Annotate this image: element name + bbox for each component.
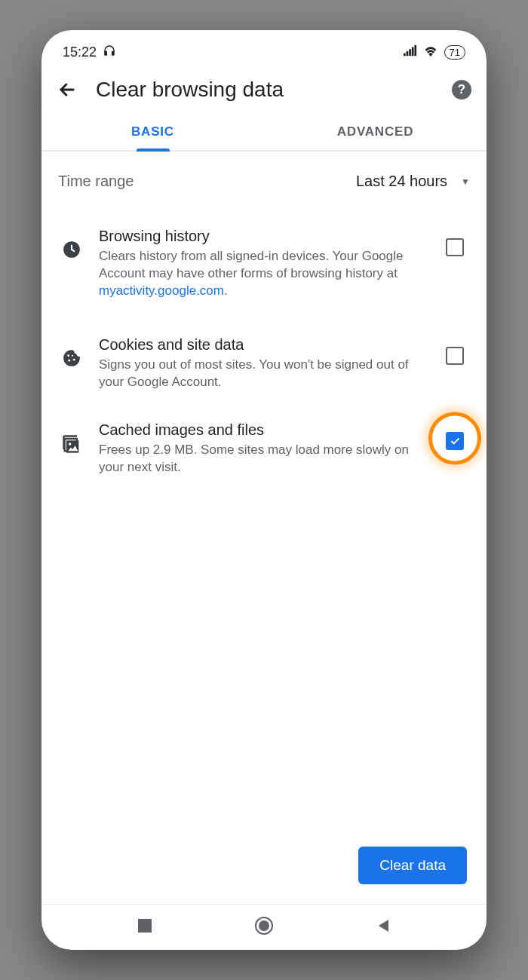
nav-back[interactable]: [376, 918, 390, 936]
svg-point-6: [67, 354, 69, 357]
images-icon: [58, 433, 85, 455]
checkbox-cache[interactable]: [446, 432, 464, 450]
phone-frame: 15:22 71 Clear browsing data ? BASIC ADV…: [41, 30, 487, 950]
status-bar: 15:22 71: [41, 30, 487, 69]
svg-point-9: [72, 354, 73, 356]
option-title: Cached images and files: [99, 421, 426, 439]
svg-point-8: [73, 359, 75, 361]
checkbox-cookies[interactable]: [446, 347, 464, 365]
option-title: Cookies and site data: [99, 336, 426, 354]
myactivity-link[interactable]: myactivity.google.com: [99, 283, 224, 298]
option-browsing-history[interactable]: Browsing history Clears history from all…: [41, 205, 487, 314]
wifi-icon: [423, 44, 438, 60]
battery-indicator: 71: [444, 45, 465, 60]
time-range-value: Last 24 hours: [356, 173, 447, 190]
option-title: Browsing history: [99, 228, 426, 245]
svg-point-11: [69, 443, 72, 446]
nav-home[interactable]: [254, 916, 274, 939]
page-title: Clear browsing data: [96, 78, 434, 102]
option-desc: Signs you out of most sites. You won't b…: [99, 357, 426, 391]
svg-rect-1: [406, 51, 408, 56]
svg-rect-12: [138, 919, 152, 933]
app-bar: Clear browsing data ?: [41, 69, 487, 111]
nav-bar: [41, 905, 487, 950]
back-button[interactable]: [57, 79, 78, 100]
svg-rect-2: [409, 49, 411, 56]
option-desc: Frees up 2.9 MB. Some sites may load mor…: [99, 442, 426, 476]
nav-recent[interactable]: [138, 919, 152, 936]
time-range-select[interactable]: Last 24 hours ▼: [356, 173, 470, 190]
time-range-label: Time range: [58, 173, 134, 190]
tabs: BASIC ADVANCED: [41, 111, 487, 152]
option-desc: Clears history from all signed-in device…: [99, 248, 426, 300]
tab-advanced[interactable]: ADVANCED: [264, 111, 487, 150]
status-time: 15:22: [63, 44, 97, 60]
option-cookies[interactable]: Cookies and site data Signs you out of m…: [41, 314, 487, 405]
options-list: Browsing history Clears history from all…: [41, 205, 487, 490]
tab-basic[interactable]: BASIC: [41, 111, 264, 150]
history-icon: [58, 240, 85, 259]
svg-rect-4: [414, 45, 416, 56]
svg-rect-3: [411, 47, 413, 57]
option-cache[interactable]: Cached images and files Frees up 2.9 MB.…: [41, 405, 487, 490]
time-range-row: Time range Last 24 hours ▼: [41, 152, 487, 205]
svg-point-7: [68, 360, 70, 362]
help-button[interactable]: ?: [452, 80, 471, 100]
signal-icon: [404, 44, 417, 60]
bottom-area: Clear data: [41, 847, 487, 950]
headphones-icon: [103, 44, 116, 61]
chevron-down-icon: ▼: [461, 176, 470, 187]
clear-data-button[interactable]: Clear data: [358, 847, 467, 884]
svg-point-14: [259, 920, 269, 931]
svg-rect-0: [404, 54, 406, 57]
cookie-icon: [58, 348, 85, 368]
checkbox-history[interactable]: [446, 238, 464, 256]
